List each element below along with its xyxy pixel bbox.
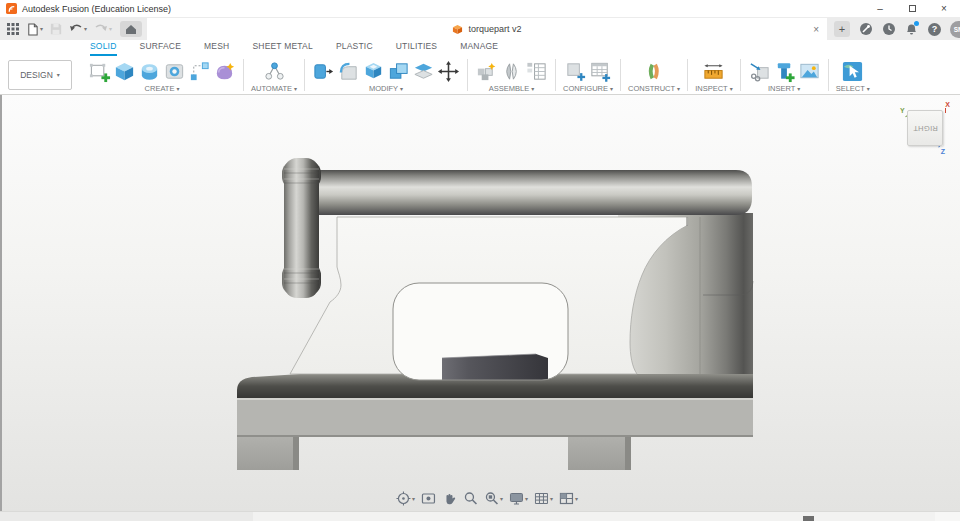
viewcube-axis-y: Y	[900, 107, 905, 114]
new-component-icon[interactable]	[475, 60, 498, 83]
toolbar-divider	[828, 59, 829, 91]
split-body-icon[interactable]	[412, 60, 435, 83]
insert-dropdown[interactable]: INSERT▾	[768, 84, 800, 93]
tab-solid[interactable]: SOLID	[90, 41, 117, 56]
tab-manage[interactable]: MANAGE	[460, 41, 498, 56]
minimize-button[interactable]: –	[864, 0, 896, 17]
orbit-button[interactable]: ▾	[396, 491, 415, 506]
document-cube-icon	[452, 24, 463, 35]
toolbar-divider	[687, 59, 688, 91]
group-select: SELECT▾	[832, 56, 874, 94]
extrude-icon[interactable]	[113, 60, 136, 83]
status-strip-right-segment	[935, 512, 960, 521]
maximize-button[interactable]	[896, 0, 928, 17]
group-construct: CONSTRUCT▾	[624, 56, 684, 94]
zoom-button[interactable]	[463, 491, 478, 506]
look-at-icon	[421, 491, 436, 506]
document-tab[interactable]: torquepart v2 ×	[147, 18, 827, 40]
undo-button[interactable]: ▾	[67, 23, 89, 35]
rigid-group-icon[interactable]	[525, 60, 548, 83]
combine-icon[interactable]	[387, 60, 410, 83]
pan-icon	[442, 491, 457, 506]
job-status-icon[interactable]	[881, 22, 896, 37]
viewcube-axis-z: Z	[941, 148, 945, 155]
status-strip	[0, 511, 960, 521]
app-launcher-grid-icon[interactable]	[5, 23, 21, 35]
group-configure: CONFIGURE▾	[559, 56, 617, 94]
tab-mesh[interactable]: MESH	[204, 41, 229, 56]
shell-icon[interactable]	[362, 60, 385, 83]
file-icon	[26, 23, 39, 36]
window-zoom-button[interactable]: ▾	[484, 491, 503, 506]
extensions-icon[interactable]	[858, 22, 873, 37]
insert-fastener-icon[interactable]	[773, 60, 796, 83]
select-icon[interactable]	[841, 60, 864, 83]
toolbar-divider	[467, 59, 468, 91]
notifications-bell-icon[interactable]	[904, 22, 919, 37]
joint-icon[interactable]	[500, 60, 523, 83]
redo-icon	[94, 23, 108, 35]
configure-dropdown[interactable]: CONFIGURE▾	[563, 84, 613, 93]
tab-plastic[interactable]: PLASTIC	[336, 41, 373, 56]
configuration-table-icon[interactable]	[589, 60, 612, 83]
pan-button[interactable]	[442, 491, 457, 506]
modify-dropdown[interactable]: MODIFY▾	[369, 84, 403, 93]
tab-surface[interactable]: SURFACE	[140, 41, 182, 56]
assemble-dropdown[interactable]: ASSEMBLE▾	[489, 84, 534, 93]
viewports-button[interactable]: ▾	[559, 491, 578, 506]
configuration-icon[interactable]	[564, 60, 587, 83]
viewcube-axis-x: X	[945, 101, 950, 108]
press-pull-icon[interactable]	[312, 60, 335, 83]
group-automate: AUTOMATE▾	[247, 56, 301, 94]
viewport-canvas[interactable]: Y X Z RIGHT ▾	[0, 95, 960, 511]
undo-icon	[69, 23, 83, 35]
user-avatar[interactable]: SM	[950, 21, 960, 38]
fillet-icon[interactable]	[337, 60, 360, 83]
file-menu-button[interactable]: ▾	[24, 23, 45, 36]
measure-icon[interactable]	[702, 60, 725, 83]
select-dropdown[interactable]: SELECT▾	[836, 84, 870, 93]
tab-sheet-metal[interactable]: SHEET METAL	[252, 41, 312, 56]
insert-derive-icon[interactable]	[748, 60, 771, 83]
undo-caret: ▾	[84, 26, 87, 32]
display-settings-button[interactable]: ▾	[509, 491, 528, 506]
help-icon[interactable]: ?	[927, 22, 942, 37]
cad-model	[0, 95, 960, 511]
viewports-icon	[559, 491, 574, 506]
tab-utilities[interactable]: UTILITIES	[396, 41, 437, 56]
quick-access-toolbar: ▾ ▾ ▾	[0, 18, 147, 40]
create-dropdown[interactable]: CREATE▾	[145, 84, 180, 93]
title-bar: Autodesk Fusion (Education License) – ×	[0, 0, 960, 18]
automate-dropdown[interactable]: AUTOMATE▾	[251, 84, 297, 93]
viewcube[interactable]: Y X Z RIGHT	[899, 102, 951, 154]
group-insert: INSERT▾	[744, 56, 825, 94]
toolbar-divider	[740, 59, 741, 91]
inspect-dropdown[interactable]: INSPECT▾	[695, 84, 733, 93]
close-button[interactable]: ×	[928, 0, 960, 17]
look-at-button[interactable]	[421, 491, 436, 506]
revolve-icon[interactable]	[138, 60, 161, 83]
grid-settings-button[interactable]: ▾	[534, 491, 553, 506]
save-button[interactable]	[48, 23, 64, 35]
fusion-app-window: Autodesk Fusion (Education License) – × …	[0, 0, 960, 521]
canvas-icon[interactable]	[798, 60, 821, 83]
group-assemble: ASSEMBLE▾	[471, 56, 552, 94]
construct-dropdown[interactable]: CONSTRUCT▾	[628, 84, 680, 93]
move-copy-icon[interactable]	[437, 60, 460, 83]
automated-modeling-icon[interactable]	[263, 60, 286, 83]
hole-icon[interactable]	[163, 60, 186, 83]
viewcube-face[interactable]: RIGHT	[907, 110, 943, 146]
home-button[interactable]	[120, 21, 142, 37]
group-create: CREATE▾	[84, 56, 240, 94]
construction-plane-icon[interactable]	[643, 60, 666, 83]
create-form-icon[interactable]	[213, 60, 236, 83]
tab-close-icon[interactable]: ×	[813, 18, 819, 40]
design-context-button[interactable]: DESIGN ▾	[8, 60, 72, 90]
scrollbar-thumb[interactable]	[803, 516, 814, 521]
redo-button[interactable]: ▾	[92, 23, 114, 35]
ribbon-toolbar: DESIGN ▾ CREATE▾ AUTOMATE▾	[0, 56, 960, 95]
rectangular-pattern-icon[interactable]	[188, 60, 211, 83]
create-sketch-icon[interactable]	[88, 60, 111, 83]
new-tab-button[interactable]: +	[834, 21, 850, 37]
group-modify: MODIFY▾	[308, 56, 464, 94]
